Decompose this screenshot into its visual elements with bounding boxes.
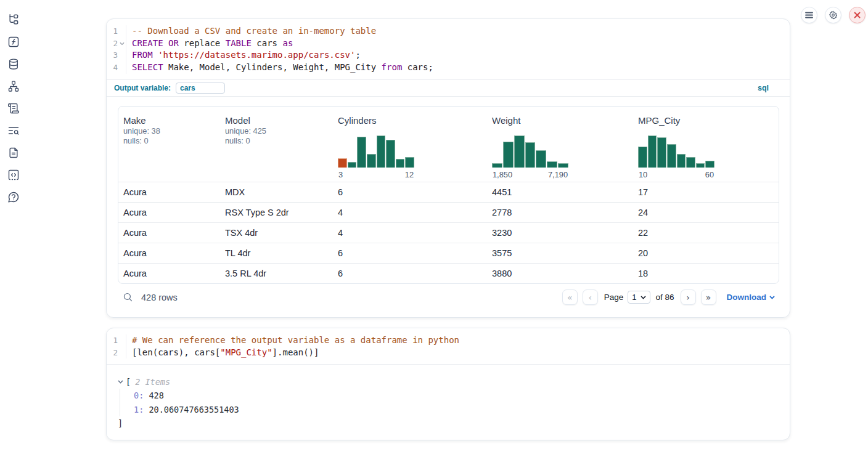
table-cell: 4 — [333, 223, 487, 243]
search-icon[interactable] — [123, 292, 133, 302]
close-bracket: ] — [118, 416, 779, 430]
histogram-bar[interactable] — [686, 157, 695, 168]
histogram-bar[interactable] — [514, 136, 525, 168]
histogram-min-label: 1,850 — [493, 170, 512, 179]
tree-body: 0: 4281: 20.060747663551403 — [120, 389, 779, 416]
histogram-bar[interactable] — [677, 154, 686, 168]
tree-entry[interactable]: 0: 428 — [134, 389, 779, 403]
code-text: -- Download a CSV and create an in-memor… — [126, 25, 376, 38]
code-text: [len(cars), cars["MPG_City"].mean()] — [126, 347, 319, 359]
rows-count: 428 rows — [141, 293, 178, 302]
histogram-bar[interactable] — [657, 137, 666, 168]
help-circle-icon[interactable] — [7, 191, 20, 203]
histogram-bar[interactable] — [503, 142, 514, 168]
fold-chevron-icon — [118, 49, 126, 62]
column-header[interactable]: Modelunique: 425nulls: 0 — [220, 107, 333, 182]
settings-button[interactable] — [825, 7, 841, 23]
table-cell: 3230 — [487, 223, 633, 243]
histogram-bar[interactable] — [405, 157, 414, 168]
sql-code-editor[interactable]: 1-- Download a CSV and create an in-memo… — [107, 19, 790, 79]
open-bracket: [ — [126, 375, 131, 389]
code-line[interactable]: 1-- Download a CSV and create an in-memo… — [107, 25, 790, 38]
table-cell: Acura — [118, 264, 220, 283]
histogram-bar[interactable] — [367, 154, 376, 168]
histogram-bar[interactable] — [357, 137, 366, 168]
sql-meta-row: Output variable: sql — [107, 79, 790, 97]
dependency-graph-icon[interactable] — [7, 80, 20, 92]
histogram-bar[interactable] — [558, 163, 568, 168]
code-line[interactable]: 2CREATE OR replace TABLE cars as — [107, 38, 790, 50]
table-row[interactable]: Acura3.5 RL 4dr6388018 — [118, 263, 779, 283]
histogram-bar[interactable] — [492, 163, 502, 168]
histogram-bar[interactable] — [648, 136, 657, 168]
table-cell: RSX Type S 2dr — [220, 203, 333, 222]
column-name: MPG_City — [638, 115, 774, 126]
column-header[interactable]: Cylinders312 — [333, 107, 487, 182]
table-row[interactable]: AcuraTL 4dr6357520 — [118, 243, 779, 263]
histogram-bar[interactable] — [525, 142, 536, 168]
histogram-bar[interactable] — [547, 161, 557, 168]
menu-button[interactable] — [801, 7, 817, 23]
tree-collapse-toggle[interactable] — [118, 380, 125, 384]
code-line[interactable]: 2[len(cars), cars["MPG_City"].mean()] — [107, 347, 790, 359]
tree-entry[interactable]: 1: 20.060747663551403 — [134, 403, 779, 417]
line-number: 1 — [107, 25, 126, 38]
page-total-label: of 86 — [655, 293, 674, 302]
scroll-icon[interactable] — [7, 102, 20, 115]
next-page-button[interactable]: › — [681, 289, 696, 305]
column-header[interactable]: MPG_City1060 — [633, 107, 779, 182]
histogram-bar[interactable] — [377, 136, 386, 168]
histogram-bar[interactable] — [638, 147, 647, 168]
gear-icon — [829, 10, 838, 20]
download-button[interactable]: Download — [727, 293, 776, 302]
text-search-icon[interactable] — [7, 124, 20, 137]
shutdown-button[interactable] — [849, 7, 866, 23]
line-number: 1 — [107, 334, 126, 347]
table-cell: 4 — [333, 203, 487, 222]
column-histogram: 1060 — [638, 136, 714, 179]
python-output: [ 2 Items 0: 4281: 20.060747663551403 ] — [107, 364, 790, 440]
function-square-icon[interactable] — [7, 36, 20, 48]
column-header[interactable]: Makeunique: 38nulls: 0 — [118, 107, 220, 182]
python-code-editor[interactable]: 1# We can reference the output variable … — [107, 328, 790, 364]
histogram-min-label: 3 — [338, 170, 343, 179]
table-cell: TSX 4dr — [220, 223, 333, 243]
table-cell: 20 — [633, 243, 779, 263]
code-line[interactable]: 4SELECT Make, Model, Cylinders, Weight, … — [107, 62, 790, 74]
sidebar-rail — [0, 0, 27, 449]
table-cell: Acura — [118, 182, 220, 202]
table-body: AcuraMDX6445117AcuraRSX Type S 2dr427782… — [118, 182, 779, 283]
file-tree-icon[interactable] — [7, 14, 20, 26]
last-page-button[interactable]: » — [701, 289, 716, 305]
histogram-bar[interactable] — [338, 158, 347, 168]
table-cell: Acura — [118, 223, 220, 243]
table-row[interactable]: AcuraTSX 4dr4323022 — [118, 222, 779, 243]
table-cell: 24 — [633, 203, 779, 222]
histogram-bar[interactable] — [696, 163, 705, 168]
database-icon[interactable] — [7, 58, 20, 70]
prev-page-button[interactable]: ‹ — [583, 289, 598, 305]
histogram-bar[interactable] — [705, 161, 714, 168]
line-number: 2 — [107, 38, 126, 50]
table-row[interactable]: AcuraMDX6445117 — [118, 182, 779, 202]
first-page-button[interactable]: « — [562, 289, 578, 305]
code-box-icon[interactable] — [7, 169, 20, 181]
code-text: FROM 'https://datasets.marimo.app/cars.c… — [126, 49, 361, 62]
output-variable-label: Output variable: — [114, 84, 171, 92]
histogram-bar[interactable] — [667, 144, 676, 168]
histogram-bar[interactable] — [348, 162, 357, 168]
fold-chevron-icon — [118, 334, 126, 347]
page-select[interactable]: 1 — [628, 291, 650, 304]
output-variable-input[interactable] — [176, 83, 225, 94]
histogram-bar[interactable] — [386, 140, 395, 168]
histogram-bar[interactable] — [536, 150, 546, 168]
file-text-icon[interactable] — [7, 147, 20, 159]
fold-chevron-icon[interactable] — [118, 38, 126, 50]
tree-entry-value: 20.060747663551403 — [149, 405, 239, 415]
table-cell: MDX — [220, 182, 333, 202]
histogram-bar[interactable] — [396, 159, 405, 168]
column-header[interactable]: Weight1,8507,190 — [487, 107, 633, 182]
code-line[interactable]: 1# We can reference the output variable … — [107, 334, 790, 347]
code-line[interactable]: 3FROM 'https://datasets.marimo.app/cars.… — [107, 49, 790, 62]
table-row[interactable]: AcuraRSX Type S 2dr4277824 — [118, 202, 779, 222]
